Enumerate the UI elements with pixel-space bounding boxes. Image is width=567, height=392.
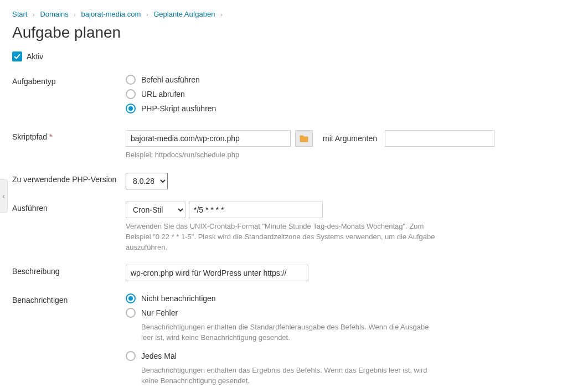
radio-label: Befehl ausführen (141, 75, 200, 84)
arguments-label: mit Argumenten (323, 134, 377, 143)
radio-icon (126, 351, 136, 361)
description-input[interactable] (126, 265, 308, 281)
breadcrumb-link[interactable]: Start (12, 10, 27, 18)
task-type-url-radio[interactable]: URL abrufen (126, 89, 502, 99)
script-path-label: Skriptpfad * (12, 130, 126, 141)
task-type-label: Aufgabentyp (12, 75, 126, 86)
check-icon (14, 53, 20, 60)
chevron-right-icon: › (74, 11, 76, 18)
radio-label: PHP-Skript ausführen (141, 104, 216, 113)
chevron-left-icon: ‹ (2, 192, 5, 200)
radio-label: URL abrufen (141, 90, 185, 99)
breadcrumb-link[interactable]: Geplante Aufgaben (153, 10, 215, 18)
notify-errors-radio[interactable]: Nur Fehler (126, 308, 502, 318)
radio-label: Nur Fehler (141, 308, 178, 317)
chevron-right-icon: › (146, 11, 148, 18)
arguments-input[interactable] (385, 130, 494, 147)
radio-icon (126, 293, 136, 303)
description-label: Beschreibung (12, 265, 126, 276)
notify-errors-hint: Benachrichtigungen enthalten die Standar… (141, 322, 440, 343)
chevron-right-icon: › (220, 11, 223, 18)
php-version-label: Zu verwendende PHP-Version (12, 173, 126, 184)
page-title: Aufgabe planen (12, 24, 555, 42)
script-path-hint: Beispiel: httpdocs/run/schedule.php (126, 150, 502, 161)
cron-expression-input[interactable] (189, 202, 323, 218)
radio-icon (126, 104, 136, 114)
active-label: Aktiv (27, 52, 43, 61)
php-version-select[interactable]: 8.0.28 (126, 173, 168, 189)
run-hint: Verwenden Sie das UNIX-Crontab-Format "M… (126, 221, 441, 253)
radio-label: Jedes Mal (141, 352, 177, 360)
run-label: Ausführen (12, 202, 126, 213)
notify-none-radio[interactable]: Nicht benachrichtigen (126, 293, 502, 303)
breadcrumb: Start › Domains › bajorat-media.com › Ge… (12, 10, 555, 18)
active-checkbox[interactable] (12, 51, 22, 61)
radio-icon (126, 308, 136, 318)
breadcrumb-link[interactable]: Domains (40, 10, 68, 18)
notify-always-radio[interactable]: Jedes Mal (126, 351, 502, 361)
task-type-cmd-radio[interactable]: Befehl ausführen (126, 75, 502, 85)
task-type-php-radio[interactable]: PHP-Skript ausführen (126, 104, 502, 114)
radio-icon (126, 89, 136, 99)
script-path-input[interactable] (126, 130, 291, 147)
folder-icon (300, 135, 308, 142)
notify-label: Benachrichtigen (12, 293, 126, 305)
chevron-right-icon: › (33, 11, 35, 18)
breadcrumb-link[interactable]: bajorat-media.com (81, 10, 141, 18)
browse-folder-button[interactable] (295, 130, 313, 147)
radio-icon (126, 75, 136, 85)
radio-label: Nicht benachrichtigen (141, 294, 216, 303)
notify-always-hint: Benachrichtigungen enthalten das Ergebni… (141, 365, 440, 386)
run-style-select[interactable]: Cron-Stil (126, 202, 185, 218)
side-panel-toggle[interactable]: ‹ (0, 179, 8, 213)
